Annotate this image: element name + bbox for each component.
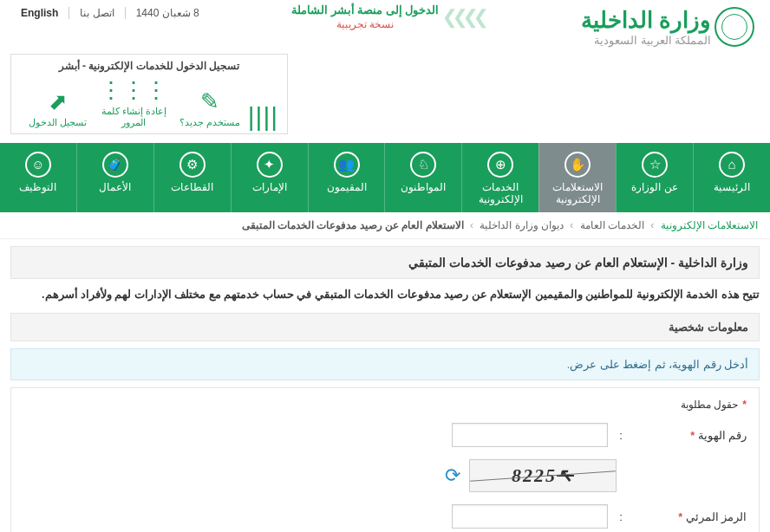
language-toggle[interactable]: English <box>10 7 58 19</box>
chevron-left-icon: ❮❮❮❮ <box>447 6 489 29</box>
nav-التوظيف[interactable]: ☺التوظيف <box>0 143 76 212</box>
absher-line2: نسخة تجريبية <box>291 18 439 30</box>
login-arrow-icon: ⬈ <box>20 88 96 115</box>
edit-icon: ✎ <box>172 88 248 115</box>
id-input[interactable] <box>452 423 608 447</box>
captcha-input[interactable] <box>452 504 608 529</box>
nav-icon: ⊕ <box>487 152 513 178</box>
nav-icon: ⌂ <box>719 152 745 178</box>
captcha-image: ↖8225 <box>469 459 617 492</box>
service-description: تتيح هذه الخدمة الإلكترونية للمواطنين وا… <box>10 286 760 304</box>
nav-الاستعلامات الإلكترونية[interactable]: ✋الاستعلامات الإلكترونية <box>538 143 616 212</box>
nav-المقيمون[interactable]: 👥المقيمون <box>308 143 385 212</box>
absher-logo-icon: |||| <box>248 106 278 128</box>
breadcrumb: الاستعلامات الإلكترونية › الخدمات العامة… <box>0 212 770 239</box>
query-form: * حقول مطلوبة رقم الهوية * : ↖8225 ⟳ الر… <box>10 387 760 532</box>
bc-l2[interactable]: ديوان وزارة الداخلية <box>480 219 564 231</box>
nav-icon: ✦ <box>257 152 283 178</box>
reset-password-link[interactable]: ⋮⋮⋮ إعادة إنشاء كلمة المرور <box>96 77 173 128</box>
absher-banner[interactable]: ❮❮❮❮ الدخول إلى منصة أبشر الشاملة نسخة ت… <box>291 3 489 30</box>
top-links: 8 شعبان 1440 اتصل بنا English <box>10 7 199 19</box>
bc-root[interactable]: الاستعلامات الإلكترونية <box>661 219 758 231</box>
page-title: وزارة الداخلية - الإستعلام العام عن رصيد… <box>10 246 760 279</box>
nav-عن الوزارة[interactable]: ☆عن الوزارة <box>616 143 693 212</box>
info-message: أدخل رقم الهوية، ثم إضغط على عرض. <box>10 348 760 380</box>
id-label: رقم الهوية * <box>634 429 747 442</box>
nav-icon: 👥 <box>334 152 360 178</box>
main-nav: ⌂الرئيسية☆عن الوزارة✋الاستعلامات الإلكتر… <box>0 143 770 212</box>
absher-login-widget: تسجيل الدخول للخدمات الإلكترونية - أبشر … <box>10 54 288 134</box>
nav-icon: ☺ <box>25 152 51 178</box>
login-widget-title: تسجيل الدخول للخدمات الإلكترونية - أبشر <box>20 60 278 72</box>
nav-icon: 🧳 <box>102 152 128 178</box>
bc-l1[interactable]: الخدمات العامة <box>580 219 644 231</box>
login-link[interactable]: ⬈ تسجيل الدخول <box>20 88 96 128</box>
keypad-icon: ⋮⋮⋮ <box>96 77 173 104</box>
nav-الخدمات الإلكترونية[interactable]: ⊕الخدمات الإلكترونية <box>461 143 538 212</box>
new-user-link[interactable]: ✎ مستخدم جديد؟ <box>172 88 248 128</box>
nav-icon: ☆ <box>642 152 668 178</box>
nav-icon: ♘ <box>410 152 436 178</box>
nav-الرئيسية[interactable]: ⌂الرئيسية <box>693 143 770 212</box>
logo-title: وزارة الداخلية <box>581 7 711 34</box>
captcha-label: الرمز المرئي * <box>634 510 747 523</box>
nav-الإمارات[interactable]: ✦الإمارات <box>231 143 308 212</box>
nav-icon: ✋ <box>564 152 591 178</box>
bc-current: الاستعلام العام عن رصيد مدفوعات الخدمات … <box>242 219 464 231</box>
required-note: * حقول مطلوبة <box>23 399 747 411</box>
logo-subtitle: المملكة العربية السعودية <box>581 34 711 47</box>
site-logo: وزارة الداخلية المملكة العربية السعودية <box>581 7 760 47</box>
captcha-refresh-icon[interactable]: ⟳ <box>445 464 460 487</box>
nav-الأعمال[interactable]: 🧳الأعمال <box>76 143 153 212</box>
nav-المواطنون[interactable]: ♘المواطنون <box>384 143 461 212</box>
nav-icon: ⚙ <box>179 152 206 178</box>
hijri-date: 8 شعبان 1440 <box>125 7 199 19</box>
nav-القطاعات[interactable]: ⚙القطاعات <box>153 143 231 212</box>
contact-link[interactable]: اتصل بنا <box>69 7 114 19</box>
absher-line1: الدخول إلى منصة أبشر الشاملة <box>291 3 439 16</box>
section-personal-info: معلومات شخصية <box>10 313 760 341</box>
emblem-icon <box>715 7 754 47</box>
